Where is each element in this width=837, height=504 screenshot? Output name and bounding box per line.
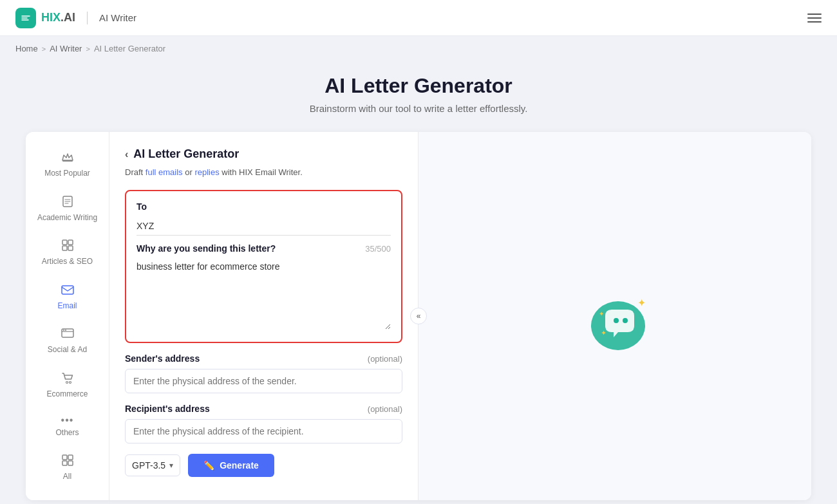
menu-button[interactable] (807, 14, 822, 23)
generate-button[interactable]: ✏️ Generate (188, 454, 274, 477)
sidebar-item-social-ad[interactable]: Social & Ad (26, 319, 109, 363)
svg-rect-13 (62, 455, 67, 460)
svg-rect-1 (62, 160, 73, 162)
breadcrumb-sep-2: > (86, 45, 89, 53)
svg-rect-15 (62, 461, 67, 465)
sidebar-item-articles-seo[interactable]: Articles & SEO (26, 230, 109, 275)
mascot: ✦ ✦ ✦ (570, 277, 660, 355)
sidebar-label-academic: Academic Writing (37, 213, 97, 223)
collapse-toggle[interactable]: « (410, 308, 427, 324)
main-content: Most Popular Academic Writing (0, 132, 837, 504)
breadcrumb-ai-writer[interactable]: AI Writer (50, 44, 82, 53)
breadcrumb-sep-1: > (42, 45, 46, 53)
generate-label: Generate (220, 460, 259, 471)
svg-rect-14 (68, 455, 73, 460)
model-label: GPT-3.5 (132, 460, 165, 471)
email-icon (61, 283, 75, 299)
sidebar: Most Popular Academic Writing (26, 132, 109, 500)
email-hint: Draft full emails or replies with HIX Em… (125, 167, 402, 177)
sender-input[interactable] (125, 369, 402, 393)
sidebar-item-ecommerce[interactable]: Ecommerce (26, 363, 109, 407)
logo-icon (15, 8, 36, 28)
tool-container: Most Popular Academic Writing (26, 132, 811, 500)
full-emails-link[interactable]: full emails (146, 167, 183, 177)
sidebar-label-others: Others (55, 428, 79, 438)
recipient-input[interactable] (125, 419, 402, 443)
crown-icon (61, 150, 75, 166)
breadcrumb-current: AI Letter Generator (94, 44, 165, 53)
to-label: To (136, 201, 391, 212)
header-divider (87, 12, 88, 24)
sidebar-label-most-popular: Most Popular (44, 169, 90, 179)
svg-rect-3 (62, 240, 67, 245)
model-selector[interactable]: GPT-3.5 ▾ (125, 454, 180, 476)
sidebar-item-academic-writing[interactable]: Academic Writing (26, 187, 109, 231)
ecommerce-icon (61, 371, 75, 387)
svg-text:✦: ✦ (599, 310, 604, 317)
svg-rect-4 (68, 240, 73, 245)
sidebar-label-social: Social & Ad (48, 345, 87, 355)
recipient-field: Recipient's address (optional) (125, 404, 402, 443)
logo[interactable]: HIX.AI (15, 8, 75, 28)
svg-rect-16 (68, 461, 73, 465)
output-panel: ✦ ✦ ✦ (418, 132, 811, 500)
hint-text: Draft (125, 167, 146, 177)
replies-link[interactable]: replies (194, 167, 219, 177)
mascot-container: ✦ ✦ ✦ (570, 277, 660, 355)
svg-text:✦: ✦ (637, 297, 646, 308)
page-subtitle: Brainstorm with our tool to write a lett… (0, 103, 837, 114)
sidebar-item-most-popular[interactable]: Most Popular (26, 142, 109, 187)
chevron-down-icon: ▾ (169, 461, 173, 470)
header-left: HIX.AI AI Writer (15, 8, 136, 28)
svg-text:✦: ✦ (601, 329, 607, 337)
sidebar-label-all: All (63, 472, 71, 482)
recipient-label: Recipient's address (optional) (125, 404, 402, 414)
collapse-icon: « (417, 312, 421, 321)
sidebar-label-email: Email (57, 301, 77, 312)
svg-point-12 (69, 381, 71, 383)
sender-label: Sender's address (optional) (125, 353, 402, 364)
svg-point-9 (63, 330, 64, 331)
sidebar-item-email[interactable]: Email (26, 275, 109, 319)
svg-point-18 (614, 318, 619, 323)
svg-rect-6 (68, 246, 73, 250)
why-label: Why are you sending this letter? 35/500 (136, 243, 391, 254)
form-panel: ‹ AI Letter Generator Draft full emails … (109, 132, 418, 500)
to-input[interactable] (136, 217, 391, 236)
app-name: AI Writer (99, 12, 136, 23)
svg-rect-5 (62, 246, 67, 250)
form-bottom: GPT-3.5 ▾ ✏️ Generate (125, 454, 402, 477)
back-button[interactable]: ‹ (125, 149, 128, 160)
all-icon (61, 453, 75, 469)
sidebar-label-ecommerce: Ecommerce (46, 389, 88, 400)
others-icon: ••• (61, 415, 74, 425)
sidebar-label-articles: Articles & SEO (42, 257, 93, 267)
generate-icon: ✏️ (203, 460, 214, 471)
breadcrumb: Home > AI Writer > AI Letter Generator (0, 36, 837, 61)
sidebar-item-all[interactable]: All (26, 445, 109, 490)
academic-icon (61, 194, 75, 210)
why-counter: 35/500 (365, 244, 391, 254)
breadcrumb-home[interactable]: Home (15, 44, 38, 53)
sender-field: Sender's address (optional) (125, 353, 402, 393)
highlight-box: To Why are you sending this letter? 35/5… (125, 190, 402, 343)
logo-text: HIX.AI (41, 11, 75, 24)
page-title: AI Letter Generator (0, 74, 837, 98)
form-panel-title: ‹ AI Letter Generator (125, 147, 402, 161)
svg-rect-7 (62, 286, 73, 294)
page-title-area: AI Letter Generator Brainstorm with our … (0, 61, 837, 132)
header: HIX.AI AI Writer (0, 0, 837, 36)
why-textarea[interactable]: business letter for ecommerce store (136, 259, 391, 330)
svg-point-11 (66, 381, 68, 383)
articles-icon (61, 238, 75, 254)
svg-point-19 (623, 318, 628, 323)
sidebar-item-others[interactable]: ••• Others (26, 407, 109, 446)
form-title: AI Letter Generator (133, 147, 239, 161)
svg-point-10 (65, 330, 66, 331)
social-icon (61, 326, 75, 342)
